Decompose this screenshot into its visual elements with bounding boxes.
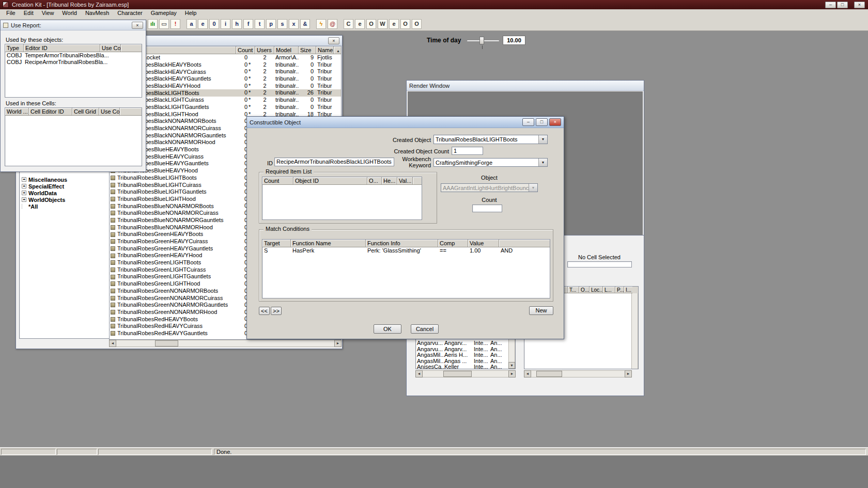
id-field[interactable]: RecipeArmorTribunalRobesBlackLIGHTBoots: [274, 158, 394, 166]
col-cell-grid[interactable]: Cell Grid: [72, 108, 99, 116]
col-extra[interactable]: [499, 240, 550, 247]
scroll-left-icon[interactable]: ◄: [415, 370, 423, 377]
menu-view[interactable]: View: [38, 9, 58, 17]
use-report-row[interactable]: COBJRecipeArmorTribunalRobesBla...: [5, 59, 142, 66]
created-object-count-field[interactable]: 1: [452, 147, 483, 155]
workbench-keyword-combo[interactable]: CraftingSmithingForge ▼: [433, 158, 548, 167]
cell-object-vscrollbar[interactable]: [631, 293, 638, 369]
tool-C-icon[interactable]: C: [344, 19, 353, 29]
col-loc[interactable]: Loc...: [590, 287, 603, 293]
use-report-row[interactable]: COBJTemperArmorTribunalRobesBla...: [5, 52, 142, 59]
tool-amp-icon[interactable]: &: [300, 19, 310, 29]
cell-object-row[interactable]: AngasMil...Aeris H...Inte...An...: [416, 352, 508, 358]
used-by-objects-table[interactable]: Type Editor ID Use Co... COBJTemperArmor…: [5, 44, 142, 98]
tool-0-icon[interactable]: 0: [209, 19, 219, 29]
dropdown-arrow-icon[interactable]: ▼: [538, 159, 547, 166]
tool-e2-icon[interactable]: e: [355, 19, 365, 29]
tool-a-icon[interactable]: a: [187, 19, 196, 29]
close-button[interactable]: ×: [854, 2, 865, 8]
tool-t-icon[interactable]: t: [255, 19, 265, 29]
expand-icon[interactable]: +: [22, 177, 26, 182]
tool-e3-icon[interactable]: e: [389, 19, 399, 29]
col-model[interactable]: Model: [274, 46, 299, 54]
cell-object-row[interactable]: Angarvu...Angarv...Inte...An...: [416, 340, 508, 347]
col-count[interactable]: Count: [262, 177, 293, 185]
tool-f-icon[interactable]: f: [243, 19, 253, 29]
col-users[interactable]: Users: [255, 46, 274, 54]
minimize-button[interactable]: –: [522, 118, 534, 126]
scroll-thumb[interactable]: [155, 340, 178, 347]
col-editor-id[interactable]: Editor ID: [24, 44, 100, 52]
maximize-button[interactable]: □: [837, 2, 848, 8]
scroll-track[interactable]: [423, 370, 508, 377]
cell-object-row[interactable]: Angarvu...Angarv...Inte...An...: [416, 347, 508, 353]
scroll-right-icon[interactable]: ►: [508, 370, 516, 377]
dialogue-bubble-icon[interactable]: ▭: [159, 19, 169, 29]
col-val[interactable]: Val...: [397, 177, 413, 185]
render-window-titlebar[interactable]: Render Window: [407, 81, 644, 91]
col-size[interactable]: Size: [299, 46, 316, 54]
scroll-thumb[interactable]: [536, 371, 562, 377]
cell-list-hscrollbar[interactable]: ◄ ►: [415, 370, 516, 377]
scroll-left-icon[interactable]: ◄: [524, 370, 531, 377]
col-name[interactable]: Name: [316, 46, 334, 54]
col-comp[interactable]: Comp: [438, 240, 468, 247]
dialog-titlebar[interactable]: Constructible Object – □ ×: [247, 117, 564, 128]
scroll-left-icon[interactable]: ◄: [109, 340, 116, 347]
tool-h-icon[interactable]: h: [232, 19, 242, 29]
col-target[interactable]: Target: [262, 240, 291, 247]
tool-i-icon[interactable]: i: [221, 19, 230, 29]
col-cell-editor-id[interactable]: Cell Editor ID: [29, 108, 72, 116]
col-function-name[interactable]: Function Name: [291, 240, 366, 247]
col-use-count[interactable]: Use Co...: [100, 44, 121, 52]
red-flag-icon[interactable]: !: [171, 19, 180, 29]
col-value[interactable]: Value: [468, 240, 499, 247]
cell-object-hscrollbar[interactable]: ◄ ►: [524, 370, 632, 377]
app-titlebar[interactable]: Creation Kit - [Tribunal Robes by Zairaa…: [0, 0, 868, 9]
match-conditions-table[interactable]: Target Function Name Function Info Comp …: [262, 239, 550, 298]
col-l[interactable]: L...: [603, 287, 615, 293]
col-use-count[interactable]: Use Co...: [99, 108, 120, 116]
col-type[interactable]: Type: [5, 44, 24, 52]
version-chart-icon[interactable]: ılı: [148, 19, 158, 29]
menu-gameplay[interactable]: Gameplay: [147, 9, 181, 17]
expand-icon[interactable]: +: [22, 197, 26, 202]
tree-item-worldobjects[interactable]: +WorldObjects: [22, 196, 65, 203]
next-condition-button[interactable]: >>: [271, 307, 282, 315]
col-object-id[interactable]: Object ID: [293, 177, 367, 185]
cancel-button[interactable]: Cancel: [411, 324, 439, 334]
scroll-down-icon[interactable]: ▼: [508, 362, 515, 369]
expand-icon[interactable]: +: [22, 191, 26, 195]
expand-icon[interactable]: +: [22, 184, 26, 188]
condition-row[interactable]: SHasPerkPerk: 'GlassSmithing'==1.00AND: [262, 247, 550, 254]
close-button[interactable]: ×: [549, 118, 561, 126]
count-field[interactable]: [472, 204, 502, 212]
ok-button[interactable]: OK: [374, 324, 401, 334]
scroll-track[interactable]: [631, 293, 638, 369]
used-in-cells-table[interactable]: World ... Cell Editor ID Cell Grid Use C…: [5, 107, 142, 166]
required-item-table[interactable]: Count Object ID O... He... Val...: [262, 177, 422, 220]
col-p[interactable]: P...: [615, 287, 624, 293]
tool-O2-icon[interactable]: O: [400, 19, 410, 29]
col-count[interactable]: Count: [236, 46, 255, 54]
tree-item-miscellaneous[interactable]: +Miscellaneous: [22, 176, 67, 183]
time-of-day-slider-thumb[interactable]: [479, 37, 484, 44]
object-list-hscrollbar[interactable]: ◄ ►: [109, 340, 342, 347]
col-o[interactable]: O...: [579, 287, 590, 293]
menu-edit[interactable]: Edit: [20, 9, 38, 17]
cell-object-row[interactable]: AnisesCa...KellerInte...An...: [416, 364, 508, 369]
tree-item-specialeffect[interactable]: +SpecialEffect: [22, 183, 64, 190]
created-object-combo[interactable]: TribunalRobesBlackLIGHTBoots ▼: [433, 135, 548, 144]
col-he[interactable]: He...: [382, 177, 397, 185]
col-world[interactable]: World ...: [5, 108, 29, 116]
tool-p-icon[interactable]: p: [266, 19, 276, 29]
tool-x-icon[interactable]: x: [289, 19, 299, 29]
tree-item-all[interactable]: *All: [22, 203, 38, 210]
tool-W-icon[interactable]: W: [378, 19, 388, 29]
time-of-day-value[interactable]: 10.00: [503, 36, 525, 45]
close-icon[interactable]: ×: [132, 22, 143, 29]
tool-O-icon[interactable]: O: [366, 19, 376, 29]
new-condition-button[interactable]: New: [529, 306, 553, 315]
col-function-info[interactable]: Function Info: [366, 240, 438, 247]
menu-world[interactable]: World: [58, 9, 81, 17]
